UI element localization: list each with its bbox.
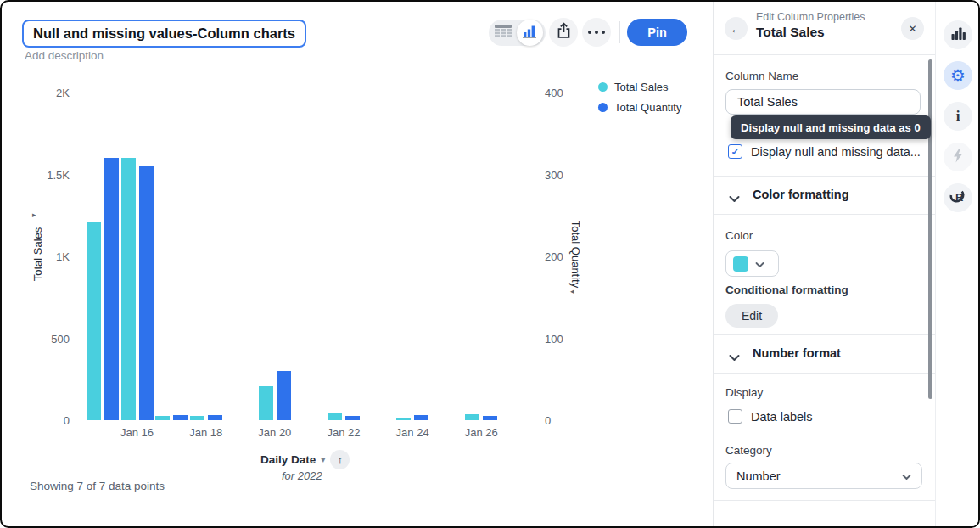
x-axis-control: Daily Date ▾ ↑ [260, 450, 350, 469]
bar-total-quantity[interactable] [277, 371, 291, 420]
bar-total-quantity[interactable] [173, 415, 188, 420]
divider [714, 176, 935, 177]
bar-total-sales[interactable] [259, 386, 273, 420]
right-icon-rail: ⚙ i R [935, 2, 980, 528]
right-axis-tick: 100 [545, 333, 563, 345]
divider [714, 500, 935, 501]
x-axis-filter-note: for 2022 [282, 469, 322, 482]
bar-total-sales[interactable] [328, 413, 342, 420]
bar-total-quantity[interactable] [208, 415, 222, 420]
column-name-label: Column Name [725, 70, 798, 82]
legend-dot-blue [598, 103, 608, 112]
data-labels-checkbox[interactable] [728, 409, 742, 424]
bar-total-quantity[interactable] [139, 166, 154, 420]
color-dropdown[interactable] [725, 250, 779, 277]
color-label: Color [725, 229, 753, 242]
info-panel-button[interactable]: i [944, 102, 972, 131]
settings-panel-button[interactable]: ⚙ [944, 61, 972, 90]
panel-title: Total Sales [756, 25, 865, 40]
bar-total-sales[interactable] [190, 416, 204, 420]
svg-text:R: R [955, 191, 964, 204]
left-axis-arrow-icon[interactable]: ▸ [32, 211, 36, 219]
chart-legend: Total Sales Total Quantity [598, 81, 682, 114]
bar-total-sales[interactable] [155, 416, 170, 420]
right-axis-arrow-icon[interactable]: ◂ [570, 287, 574, 295]
sort-ascending-button[interactable]: ↑ [330, 450, 350, 469]
category-label: Category [725, 444, 772, 457]
panel-subtitle: Edit Column Properties [756, 11, 865, 23]
right-axis-tick: 0 [545, 414, 551, 427]
left-axis-title[interactable]: Total Sales [31, 222, 44, 287]
bar-chart-icon [951, 27, 966, 43]
conditional-formatting-label: Conditional formatting [725, 284, 848, 296]
number-format-section-header[interactable]: Number format [753, 346, 841, 360]
lightning-icon [952, 149, 964, 166]
data-labels-checkbox-label[interactable]: Data labels [751, 410, 813, 424]
r-logo-icon: R [949, 188, 967, 207]
chevron-down-icon[interactable] [729, 191, 740, 206]
chevron-down-icon[interactable] [729, 350, 740, 365]
left-axis-tick: 500 [19, 333, 70, 345]
legend-label: Total Sales [614, 81, 669, 93]
divider [714, 334, 935, 335]
x-axis-tick: Jan 16 [110, 426, 165, 439]
left-axis-tick: 1K [19, 250, 70, 263]
category-value: Number [736, 469, 781, 483]
back-button[interactable]: ← [725, 17, 748, 40]
right-axis-title[interactable]: Total Quantity [569, 214, 582, 295]
close-button[interactable]: ✕ [901, 17, 924, 40]
null-data-checkbox-label[interactable]: Display null and missing data... [751, 145, 921, 159]
right-axis-tick: 200 [545, 250, 563, 263]
x-axis-tick: Jan 26 [454, 426, 508, 439]
display-label: Display [725, 386, 763, 399]
data-points-status: Showing 7 of 7 data points [30, 480, 165, 492]
bar-total-quantity[interactable] [345, 416, 360, 420]
divider [714, 214, 935, 215]
app-window: Null and missing values-Column charts Ad… [0, 0, 980, 528]
bar-total-quantity[interactable] [414, 415, 428, 420]
right-axis-tick: 300 [545, 169, 563, 182]
x-axis-tick: Jan 24 [385, 426, 440, 439]
legend-dot-cyan [598, 82, 608, 92]
legend-item-total-sales[interactable]: Total Sales [598, 81, 682, 93]
bar-total-sales[interactable] [465, 414, 479, 420]
x-axis-tick: Jan 20 [248, 426, 302, 439]
legend-item-total-quantity[interactable]: Total Quantity [598, 101, 682, 114]
color-formatting-section-header[interactable]: Color formatting [753, 188, 849, 201]
legend-label: Total Quantity [614, 101, 682, 114]
left-axis-tick: 2K [19, 87, 70, 99]
chevron-down-icon [902, 469, 911, 483]
category-dropdown[interactable]: Number [725, 463, 922, 489]
tooltip: Display null and missing data as 0 [731, 115, 931, 139]
bar-total-sales[interactable] [121, 158, 136, 420]
chevron-down-icon[interactable]: ▾ [321, 455, 325, 464]
bar-total-sales[interactable] [396, 418, 411, 420]
bar-total-quantity[interactable] [104, 158, 119, 420]
actions-panel-button[interactable] [944, 143, 972, 171]
right-axis-tick: 400 [545, 87, 563, 99]
x-axis-tick: Jan 18 [179, 426, 233, 439]
chevron-down-icon [755, 256, 764, 272]
formula-panel-button[interactable]: R [944, 183, 972, 212]
divider [714, 54, 935, 55]
bar-total-quantity[interactable] [483, 416, 497, 420]
x-axis-tick: Jan 22 [316, 426, 371, 439]
null-data-checkbox[interactable]: ✓ [728, 144, 742, 159]
element-panel-button[interactable] [944, 20, 972, 49]
column-name-input[interactable]: Total Sales [725, 89, 921, 115]
color-swatch [733, 256, 748, 272]
info-icon: i [956, 108, 960, 125]
divider [714, 373, 935, 374]
left-axis-tick: 1.5K [19, 169, 70, 182]
conditional-formatting-edit-button[interactable]: Edit [725, 304, 778, 328]
left-axis-tick: 0 [19, 414, 70, 427]
panel-scrollbar[interactable] [928, 59, 932, 399]
bar-total-sales[interactable] [87, 222, 101, 420]
edit-column-properties-panel: ← Edit Column Properties Total Sales ✕ C… [713, 2, 935, 528]
gear-icon: ⚙ [950, 67, 966, 84]
x-axis-field-button[interactable]: Daily Date [260, 453, 316, 466]
